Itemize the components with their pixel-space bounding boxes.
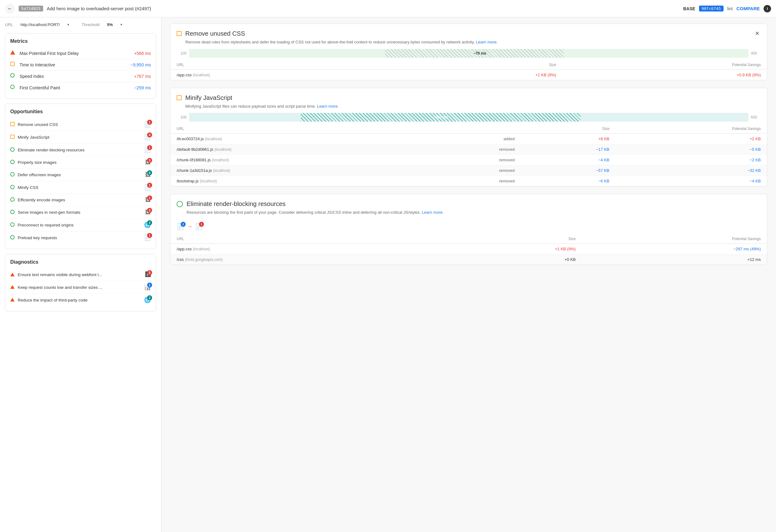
diag-row[interactable]: Keep request counts low and transfer siz… bbox=[10, 281, 151, 294]
circle-green-icon bbox=[177, 201, 183, 207]
chart-row: 100 −280 ms 600 bbox=[177, 113, 761, 121]
chart-start-label: 100 bbox=[177, 115, 187, 119]
table-header-row: URL Size Potential Savings bbox=[170, 60, 767, 70]
card-title: Remove unused CSS bbox=[185, 30, 750, 37]
opp-row[interactable]: Defer offscreen images 🖼 6 bbox=[10, 169, 151, 181]
badge: 3 bbox=[147, 158, 152, 163]
opp-row[interactable]: Remove unused CSS 📄 1 bbox=[10, 118, 151, 131]
square-orange-icon bbox=[177, 95, 182, 100]
chart-area: 100 −280 ms 600 bbox=[170, 113, 767, 124]
opp-name: Preload key requests bbox=[18, 235, 144, 240]
circle-green-icon bbox=[10, 222, 15, 228]
opp-row[interactable]: Serve images in next-gen formats 🖼 3 bbox=[10, 206, 151, 219]
opp-row[interactable]: Properly size images 🖼 3 bbox=[10, 156, 151, 169]
table-header-row: URL Size Potential Savings bbox=[170, 234, 767, 244]
url-dropdown-arrow[interactable]: ▾ bbox=[67, 23, 69, 27]
opp-row[interactable]: Preload key requests 📄 1 bbox=[10, 231, 151, 244]
diag-name: Keep request counts low and transfer siz… bbox=[18, 285, 144, 290]
chart-value-label: −70 ms bbox=[474, 51, 487, 55]
circle-green-icon bbox=[10, 197, 15, 203]
file-url-cell: /default-9b2d0861.js (localhost) bbox=[170, 144, 418, 155]
image-icon-wrap: 🖼 3 bbox=[145, 159, 151, 166]
card-header: Eliminate render-blocking resources Reso… bbox=[170, 194, 767, 219]
threshold-dropdown-arrow[interactable]: ▾ bbox=[121, 23, 122, 27]
metric-name: Time to Interactive bbox=[20, 62, 130, 67]
learn-more-link[interactable]: Learn more bbox=[476, 40, 496, 44]
status-cell: removed bbox=[418, 176, 521, 187]
status-cell: removed bbox=[418, 155, 521, 165]
card-description: Minifying JavaScript files can reduce pa… bbox=[185, 103, 761, 109]
back-button[interactable]: ← bbox=[5, 4, 15, 14]
card-header-text: Eliminate render-blocking resources Reso… bbox=[187, 200, 761, 216]
chart-start-label: 100 bbox=[177, 51, 187, 55]
opp-name: Remove unused CSS bbox=[18, 122, 144, 127]
learn-more-link[interactable]: Learn more bbox=[422, 210, 442, 215]
badge: 1 bbox=[147, 196, 152, 200]
metrics-section: Metrics Max Potential First Input Delay … bbox=[5, 33, 156, 99]
badge: 1 bbox=[147, 233, 152, 238]
opp-row[interactable]: Minify CSS 📄 1 bbox=[10, 181, 151, 194]
file-icon-wrap: 📄 1 bbox=[144, 184, 151, 191]
col-url: URL bbox=[170, 234, 433, 244]
col-url: URL bbox=[170, 124, 418, 134]
detail-table: URL Size Potential Savings /lit-ec003724… bbox=[170, 124, 767, 186]
table-row: /chunk-1a3d151a.js (localhost) removed −… bbox=[170, 165, 767, 176]
card-title: Minify JavaScript bbox=[185, 94, 761, 101]
table-row: /default-9b2d0861.js (localhost) removed… bbox=[170, 144, 767, 155]
text-icon-wrap: 🅰 5 bbox=[145, 271, 151, 278]
info-icon[interactable]: i bbox=[764, 5, 771, 12]
file-url-cell: /chunk-1a3d151a.js (localhost) bbox=[170, 165, 418, 176]
url-value: http://localhost:PORT/ bbox=[20, 22, 60, 27]
col-savings: Potential Savings bbox=[562, 60, 767, 70]
opp-name: Properly size images bbox=[18, 160, 145, 165]
close-button[interactable]: ✕ bbox=[754, 30, 761, 37]
app-header: ← 5a714025 Add hero image to overloaded-… bbox=[0, 0, 776, 17]
table-row: /app.css (localhost) +1 KB (9%) −297 ms … bbox=[170, 244, 767, 254]
savings-cell: +0.9 KB (9%) bbox=[562, 69, 767, 80]
metric-name: First Contentful Paint bbox=[20, 85, 134, 90]
badge: 1 bbox=[147, 145, 152, 150]
eliminate-render-blocking-card: Eliminate render-blocking resources Reso… bbox=[170, 194, 767, 265]
square-orange-icon bbox=[10, 62, 16, 68]
col-url: URL bbox=[170, 60, 398, 70]
diag-row[interactable]: Ensure text remains visible during webfo… bbox=[10, 269, 151, 281]
opp-row[interactable]: Eliminate render-blocking resources 📄 1 bbox=[10, 144, 151, 156]
chart-bar-container: −280 ms bbox=[189, 113, 748, 121]
table-row: /app.css (localhost) +1 KB (9%) +0.9 KB … bbox=[170, 69, 767, 80]
detail-table: URL Size Potential Savings /app.css (loc… bbox=[170, 234, 767, 265]
opp-row[interactable]: Preconnect to required origins 🌐 2 bbox=[10, 219, 151, 231]
file-icon-wrap: 📄 4 bbox=[144, 134, 151, 141]
diagnostics-title: Diagnostics bbox=[10, 259, 151, 265]
opp-name: Serve images in next-gen formats bbox=[18, 210, 145, 215]
opp-row[interactable]: Efficiently encode images 🖼 1 bbox=[10, 194, 151, 206]
globe-icon-wrap: 🌐 2 bbox=[144, 222, 151, 228]
diag-name: Ensure text remains visible during webfo… bbox=[18, 272, 145, 277]
lint-label: lint bbox=[727, 6, 733, 11]
square-orange-icon bbox=[10, 135, 15, 140]
size-cell: +1 KB (9%) bbox=[433, 244, 582, 254]
main-layout: URL http://localhost:PORT/ ▾ Threshold 5… bbox=[0, 17, 776, 532]
opp-row[interactable]: Minify JavaScript 📄 4 bbox=[10, 131, 151, 144]
circle-green-icon2 bbox=[10, 85, 16, 91]
metric-row: Max Potential First Input Delay +566 ms bbox=[10, 48, 151, 59]
file-url-cell: /app.css (localhost) bbox=[170, 69, 398, 80]
file-url-cell: /bootstrap.js (localhost) bbox=[170, 176, 418, 187]
size-cell: −57 KB bbox=[521, 165, 615, 176]
learn-more-link[interactable]: Learn more bbox=[317, 104, 337, 108]
col-size: Size bbox=[398, 60, 562, 70]
badge: 2 bbox=[147, 295, 152, 300]
status-cell: removed bbox=[418, 144, 521, 155]
compare-button[interactable]: COMPARE bbox=[736, 6, 760, 11]
table-row: /lit-ec003724.js (localhost) added +8 KB… bbox=[170, 134, 767, 144]
metric-row: First Contentful Paint −259 ms bbox=[10, 82, 151, 93]
card-header-text: Minify JavaScript Minifying JavaScript f… bbox=[185, 94, 761, 109]
diag-row[interactable]: Reduce the impact of third-party code 🌐 … bbox=[10, 294, 151, 306]
card-header: Remove unused CSS Remove dead rules from… bbox=[170, 24, 767, 49]
status-cell: added bbox=[418, 134, 521, 144]
badge: 1 bbox=[147, 120, 152, 125]
triangle-icon bbox=[10, 272, 15, 277]
square-orange-icon bbox=[177, 31, 182, 36]
opp-name: Preconnect to required origins bbox=[18, 223, 144, 227]
col-savings: Potential Savings bbox=[582, 234, 767, 244]
file-url-cell: /app.css (localhost) bbox=[170, 244, 433, 254]
